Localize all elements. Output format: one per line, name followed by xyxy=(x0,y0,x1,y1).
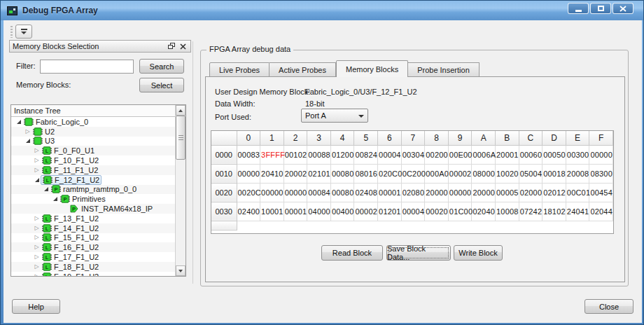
memory-cell-0000-E[interactable]: 00300 xyxy=(566,145,589,164)
memory-cell-0010-4[interactable]: 00080 xyxy=(330,164,354,183)
tree-item-u2[interactable]: ▷U2 xyxy=(11,127,175,137)
tree-item-f-13-f1-u2[interactable]: ▷LF_13_F1_U2 xyxy=(11,214,175,223)
memory-cell-0000-1[interactable]: 3FFFF xyxy=(260,145,284,164)
collapse-arrow-icon[interactable] xyxy=(33,178,41,182)
col-header-f[interactable]: F xyxy=(589,131,613,145)
scrollbar-thumb[interactable] xyxy=(176,116,186,160)
tree-item-f-19-f1-u2[interactable]: ▷LF_19_F1_U2 xyxy=(11,272,175,276)
memory-cell-0030-C[interactable]: 07242 xyxy=(519,202,542,221)
titlebar[interactable]: Debug FPGA Array xyxy=(1,1,643,20)
memory-cell-0010-1[interactable]: 20410 xyxy=(260,164,284,183)
row-header-0030[interactable]: 0030 xyxy=(211,202,237,221)
tab-probe-insertion[interactable]: Probe Insertion xyxy=(408,62,479,77)
close-window-button[interactable] xyxy=(612,3,634,14)
memory-cell-0030-F[interactable]: 02044 xyxy=(589,202,613,221)
tab-live-probes[interactable]: Live Probes xyxy=(209,62,270,77)
port-used-dropdown[interactable]: Port A xyxy=(301,109,368,123)
col-header-c[interactable]: C xyxy=(519,131,542,145)
memory-blocks-selection-header[interactable]: Memory Blocks Selection xyxy=(9,40,191,53)
memory-cell-0000-3[interactable]: 00088 xyxy=(307,145,331,164)
memory-cell-0020-3[interactable]: 00084 xyxy=(307,183,331,202)
help-button[interactable]: Help xyxy=(12,299,60,314)
tree-item-inst-ram64x18-ip[interactable]: PINST_RAM64x18_IP xyxy=(11,204,175,214)
col-header-0[interactable]: 0 xyxy=(237,131,260,145)
expand-arrow-icon[interactable]: ▷ xyxy=(33,264,41,270)
expand-arrow-icon[interactable]: ▷ xyxy=(24,129,31,134)
memory-cell-0030-B[interactable]: 10008 xyxy=(496,202,519,221)
col-header-b[interactable]: B xyxy=(496,131,519,145)
memory-cell-0000-8[interactable]: 00200 xyxy=(425,145,449,164)
collapse-arrow-icon[interactable] xyxy=(42,187,50,191)
memory-cell-0010-A[interactable]: 08000 xyxy=(472,164,496,183)
scroll-up-button[interactable] xyxy=(176,105,186,116)
memory-cell-0010-5[interactable]: 08016 xyxy=(354,164,378,183)
memory-cell-0020-6[interactable]: 00001 xyxy=(378,183,402,202)
memory-cell-0020-B[interactable]: 00005 xyxy=(496,183,519,202)
memory-cell-0000-9[interactable]: 00E00 xyxy=(448,145,472,164)
write-block-button[interactable]: Write Block xyxy=(454,245,503,261)
tab-active-probes[interactable]: Active Probes xyxy=(270,62,336,77)
memory-cell-0010-7[interactable]: 0C200 xyxy=(401,164,425,183)
memory-cell-0000-C[interactable]: 00060 xyxy=(519,145,542,164)
panel-splitter[interactable] xyxy=(192,41,193,284)
select-button[interactable]: Select xyxy=(139,78,184,92)
memory-cell-0020-2[interactable]: 00000 xyxy=(284,183,307,202)
float-panel-button[interactable] xyxy=(167,42,176,51)
memory-cell-0030-9[interactable]: 01C00 xyxy=(448,202,472,221)
collapse-arrow-icon[interactable] xyxy=(51,197,59,201)
read-block-button[interactable]: Read Block xyxy=(321,245,383,261)
expand-arrow-icon[interactable]: ▷ xyxy=(33,148,41,153)
memory-cell-0000-6[interactable]: 00004 xyxy=(378,145,402,164)
collapse-arrow-icon[interactable] xyxy=(24,139,31,143)
memory-cell-0020-C[interactable]: 02000 xyxy=(519,183,542,202)
expand-arrow-icon[interactable]: ▷ xyxy=(33,244,41,250)
tree-item-f-14-f1-u2[interactable]: ▷LF_14_F1_U2 xyxy=(11,223,175,233)
col-header-6[interactable]: 6 xyxy=(378,131,402,145)
expand-arrow-icon[interactable]: ▷ xyxy=(33,167,41,173)
memory-cell-0030-7[interactable]: 00004 xyxy=(401,202,425,221)
expand-arrow-icon[interactable]: ▷ xyxy=(33,158,41,163)
tree-item-primitives[interactable]: PPrimitives xyxy=(11,194,175,204)
col-header-2[interactable]: 2 xyxy=(284,131,307,145)
save-block-data-button[interactable]: Save Block Data... xyxy=(386,245,451,261)
memory-cell-0000-5[interactable]: 00824 xyxy=(354,145,378,164)
memory-cell-0020-1[interactable]: 00000 xyxy=(260,183,284,202)
memory-cell-0000-7[interactable]: 00304 xyxy=(401,145,425,164)
memory-cell-0020-4[interactable]: 00080 xyxy=(330,183,354,202)
tree-item-f-11-f1-u2[interactable]: ▷LF_11_F1_U2 xyxy=(11,165,175,175)
memory-cell-0030-3[interactable]: 04000 xyxy=(307,202,331,221)
memory-cell-0020-7[interactable]: 02080 xyxy=(401,183,425,202)
col-header-9[interactable]: 9 xyxy=(448,131,472,145)
maximize-button[interactable] xyxy=(590,3,611,14)
memory-cell-0000-F[interactable]: 00000 xyxy=(589,145,613,164)
memory-cell-0030-6[interactable]: 01201 xyxy=(378,202,402,221)
memory-cell-0030-A[interactable]: 02040 xyxy=(472,202,496,221)
tree-scrollbar[interactable] xyxy=(175,105,186,276)
memory-cell-0000-4[interactable]: 01200 xyxy=(330,145,354,164)
memory-cell-0020-5[interactable]: 02408 xyxy=(354,183,378,202)
expand-arrow-icon[interactable]: ▷ xyxy=(33,254,41,260)
memory-cell-0020-A[interactable]: 20000 xyxy=(472,183,496,202)
memory-cell-0020-9[interactable]: 00000 xyxy=(448,183,472,202)
memory-cell-0010-D[interactable]: 00018 xyxy=(542,164,566,183)
memory-cell-0000-0[interactable]: 00083 xyxy=(237,145,260,164)
col-header-8[interactable]: 8 xyxy=(425,131,449,145)
memory-cell-0020-F[interactable]: 00454 xyxy=(589,183,613,202)
tree-item-f-12-f1-u2[interactable]: LF_12_F1_U2 xyxy=(11,175,175,185)
col-header-a[interactable]: A xyxy=(472,131,496,145)
memory-cell-0030-D[interactable]: 18102 xyxy=(542,202,566,221)
tree-item-f-18-f1-u2[interactable]: ▷LF_18_F1_U2 xyxy=(11,262,175,272)
scroll-down-button[interactable] xyxy=(176,265,186,276)
col-header-4[interactable]: 4 xyxy=(330,131,354,145)
expand-arrow-icon[interactable]: ▷ xyxy=(33,274,41,276)
memory-cell-0010-0[interactable]: 00000 xyxy=(237,164,260,183)
col-header-5[interactable]: 5 xyxy=(354,131,378,145)
memory-cell-0010-F[interactable]: 08300 xyxy=(589,164,613,183)
close-panel-button[interactable] xyxy=(178,42,188,51)
memory-cell-0030-1[interactable]: 10001 xyxy=(260,202,284,221)
filter-input[interactable] xyxy=(40,60,134,74)
memory-cell-0030-8[interactable]: 00020 xyxy=(425,202,449,221)
memory-cell-0010-9[interactable]: 00002 xyxy=(448,164,472,183)
memory-cell-0020-8[interactable]: 20000 xyxy=(425,183,449,202)
memory-cell-0010-B[interactable]: 10020 xyxy=(496,164,519,183)
